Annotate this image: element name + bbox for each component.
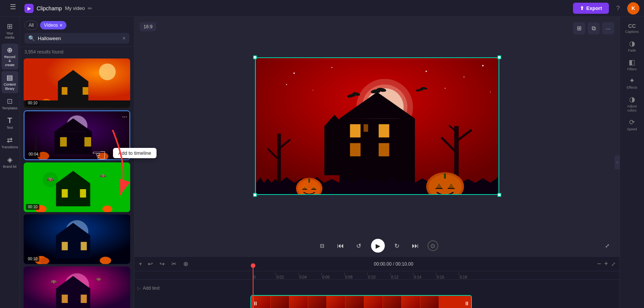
rewind-button[interactable]: ↺ [353,240,365,252]
filter-videos-tag: Videos × [40,21,66,29]
redo-button[interactable]: ↪ [158,259,166,269]
magic-button[interactable]: ⊕ [181,259,190,269]
svg-rect-8 [24,101,130,108]
svg-rect-5 [82,87,88,95]
video-thumb-5[interactable]: 🦇 🦇 00:10 [24,266,130,308]
play-button[interactable]: ▶ [371,239,385,253]
brand-kit-label: Brand kit [3,165,17,169]
undo-button[interactable]: ↩ [146,259,155,269]
fade-label: Fade [628,49,636,53]
filters-label: Filters [627,67,637,71]
preview-area: 16:9 ⊞ ⧉ ··· [134,17,620,235]
right-panel-effects[interactable]: ✦ Effects [621,74,643,92]
video-thumb-2[interactable]: 00:04 ··· [24,110,130,160]
help-icon: ? [617,5,620,12]
sidebar-item-templates[interactable]: ⊡ Templates [2,95,18,113]
svg-rect-74 [350,124,360,138]
add-text-label[interactable]: Add text [143,285,160,291]
halloween-scene-5: 🦇 🦇 [24,266,130,308]
text-track-label: ▷ Add text [136,285,250,291]
hamburger-menu[interactable]: ☰ [5,0,21,14]
aspect-ratio-badge: 16:9 [140,22,156,31]
more-button-2[interactable]: ··· [122,113,127,120]
svg-rect-70 [324,126,345,175]
sidebar-item-record-create[interactable]: ⊕ Record & create [2,44,18,70]
svg-rect-76 [378,124,389,138]
svg-rect-13 [60,137,67,147]
search-box: 🔍 × [24,33,129,44]
help-button[interactable]: ? [612,2,624,15]
export-button[interactable]: ⬆ Export [573,3,609,14]
hamburger-icon: ☰ [10,3,16,11]
video-track-row: ⏸ [134,294,620,308]
templates-icon: ⊡ [7,97,13,105]
strip-pause-right-icon: ⏸ [464,300,470,306]
zoom-out-button[interactable]: − [597,260,601,268]
user-avatar[interactable]: K [627,2,639,15]
content-library-label: Content library [4,83,16,91]
fast-forward-button[interactable]: ↻ [391,240,403,252]
expand-timeline-button[interactable]: ⤢ [611,261,616,267]
sidebar-search-area: All Videos × 🔍 × [20,17,134,47]
zoom-in-button[interactable]: + [604,260,608,268]
sidebar-item-content-library[interactable]: ▤ Content library [2,71,18,93]
svg-point-56 [463,76,464,77]
filter-videos-close[interactable]: × [60,23,63,28]
timeline-playhead[interactable] [253,265,253,308]
video-track-content: ⏸ [250,294,618,308]
sidebar-item-text[interactable]: T Text [2,114,18,132]
handle-br[interactable] [497,193,501,197]
right-panel-speed[interactable]: ⟳ Speed [621,116,643,134]
video-strip[interactable]: ⏸ [250,295,472,308]
sidebar-item-your-media[interactable]: ⊞ Your media [2,20,18,42]
handle-tr[interactable] [497,55,501,59]
svg-rect-44 [62,295,68,303]
search-input[interactable] [38,36,119,41]
svg-rect-100 [444,173,446,178]
record-create-label: Record & create [3,55,17,67]
record-create-icon: ⊕ [7,46,13,54]
more-options-button[interactable]: ··· [602,22,614,34]
speed-label: Speed [627,127,637,131]
pip-button[interactable]: ⧉ [588,22,600,34]
svg-rect-34 [81,242,87,250]
filter-all-button[interactable]: All [24,21,38,30]
rename-icon[interactable]: ✏ [88,5,92,11]
halloween-scene-2 [24,110,129,160]
video-thumb-1[interactable]: 00:10 [24,58,130,108]
app-logo: ▶ Clipchamp [24,4,62,13]
right-panel-fade[interactable]: ◑ Fade [621,37,643,55]
svg-rect-45 [81,295,87,303]
adjust-colors-label: Adjust colors [627,104,637,113]
sidebar-item-brand-kit[interactable]: ◈ Brand kit [2,153,18,171]
right-panel-captions[interactable]: CC Captions [621,21,643,36]
right-panel-adjust-colors[interactable]: ◑ Adjust colors [621,93,643,115]
timeline-area: ▼ ↩ ↪ ✂ ⊕ 00:00.00 / 00:10.00 − + ⤢ 0 0:… [134,256,620,308]
skip-back-button[interactable]: ⏮ [334,240,347,252]
your-media-label: Your media [3,31,17,40]
svg-point-60 [490,92,491,92]
handle-tl[interactable] [253,55,257,59]
right-panel-collapse[interactable]: ‹ [615,156,620,169]
svg-point-1 [99,63,116,80]
video-thumb-4[interactable]: 00:10 [24,214,130,264]
svg-text:🦇: 🦇 [100,173,107,179]
svg-rect-75 [363,124,368,132]
effects-label: Effects [627,86,637,90]
handle-bl[interactable] [253,193,257,197]
preview-toolbar: ⊞ ⧉ ··· [573,22,614,34]
scissors-button[interactable]: ✂ [169,259,178,269]
clear-search-icon[interactable]: × [123,35,126,41]
right-panel-filters[interactable]: ◧ Filters [621,56,643,74]
fullscreen-button[interactable]: ⤢ [601,240,613,252]
duration-badge-4: 00:10 [26,256,39,262]
crop-button[interactable]: ⊞ [573,22,585,34]
video-frame [255,57,499,195]
video-thumb-3[interactable]: 🦇 🦇 00:10 [24,162,130,212]
captions-toggle-button[interactable]: ⊟ [316,240,328,252]
captions-icon: CC [628,23,636,29]
sidebar-item-transitions[interactable]: ⇄ Transitions [2,134,18,152]
svg-point-57 [482,65,483,66]
center-dot: ⊙ [428,240,438,251]
skip-forward-button[interactable]: ⏭ [409,240,421,252]
